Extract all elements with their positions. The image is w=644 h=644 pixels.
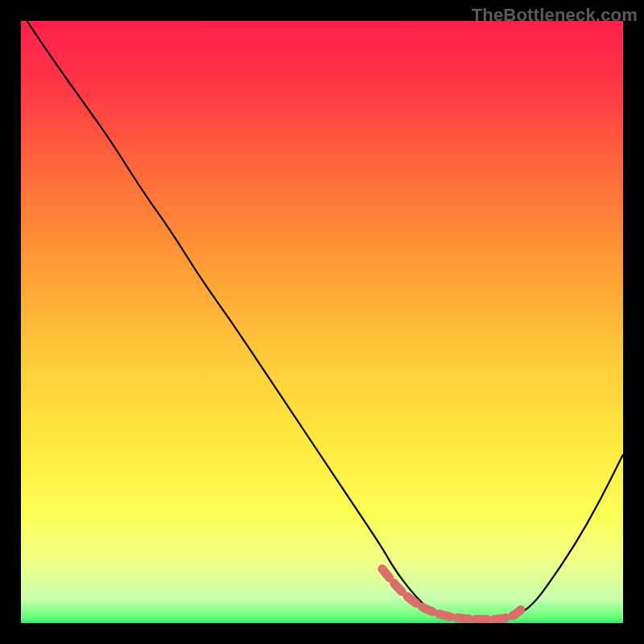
- curve-line: [27, 21, 623, 620]
- bottleneck-curve: [21, 21, 623, 623]
- chart-container: TheBottleneck.com: [0, 0, 644, 644]
- watermark-text: TheBottleneck.com: [472, 5, 638, 26]
- valley-segment-highlight: [382, 569, 521, 620]
- plot-area: [21, 21, 623, 623]
